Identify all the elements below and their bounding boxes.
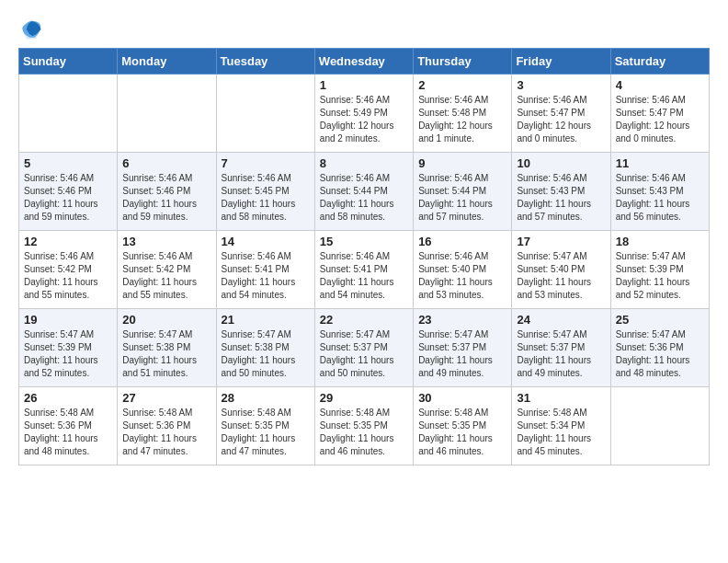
cell-day-number: 24 xyxy=(517,313,605,327)
cell-info: Sunrise: 5:46 AM Sunset: 5:46 PM Dayligh… xyxy=(122,172,210,224)
calendar-cell: 25Sunrise: 5:47 AM Sunset: 5:36 PM Dayli… xyxy=(610,309,709,387)
cell-info: Sunrise: 5:47 AM Sunset: 5:36 PM Dayligh… xyxy=(616,328,704,380)
cell-day-number: 21 xyxy=(222,313,310,327)
cell-day-number: 12 xyxy=(24,235,112,248)
cell-info: Sunrise: 5:46 AM Sunset: 5:42 PM Dayligh… xyxy=(122,250,210,302)
calendar-cell: 18Sunrise: 5:47 AM Sunset: 5:39 PM Dayli… xyxy=(610,231,709,309)
calendar-cell xyxy=(216,75,314,153)
calendar-cell: 2Sunrise: 5:46 AM Sunset: 5:48 PM Daylig… xyxy=(414,75,512,153)
calendar-week-row: 5Sunrise: 5:46 AM Sunset: 5:46 PM Daylig… xyxy=(19,153,710,231)
calendar-week-row: 19Sunrise: 5:47 AM Sunset: 5:39 PM Dayli… xyxy=(19,309,710,387)
page: SundayMondayTuesdayWednesdayThursdayFrid… xyxy=(0,0,728,475)
calendar-week-row: 1Sunrise: 5:46 AM Sunset: 5:49 PM Daylig… xyxy=(19,75,710,153)
calendar-cell: 28Sunrise: 5:48 AM Sunset: 5:35 PM Dayli… xyxy=(216,387,314,465)
calendar-cell: 1Sunrise: 5:46 AM Sunset: 5:49 PM Daylig… xyxy=(314,75,413,153)
cell-info: Sunrise: 5:46 AM Sunset: 5:42 PM Dayligh… xyxy=(24,250,112,302)
cell-info: Sunrise: 5:48 AM Sunset: 5:36 PM Dayligh… xyxy=(122,407,210,458)
calendar-cell: 14Sunrise: 5:46 AM Sunset: 5:41 PM Dayli… xyxy=(216,231,314,309)
cell-info: Sunrise: 5:46 AM Sunset: 5:47 PM Dayligh… xyxy=(517,94,605,145)
calendar-header-wednesday: Wednesday xyxy=(314,49,413,75)
calendar-cell: 13Sunrise: 5:46 AM Sunset: 5:42 PM Dayli… xyxy=(118,231,216,309)
calendar-header-row: SundayMondayTuesdayWednesdayThursdayFrid… xyxy=(19,49,710,75)
cell-day-number: 11 xyxy=(616,156,704,170)
calendar-cell: 23Sunrise: 5:47 AM Sunset: 5:37 PM Dayli… xyxy=(414,309,512,387)
calendar-cell: 12Sunrise: 5:46 AM Sunset: 5:42 PM Dayli… xyxy=(19,231,118,309)
calendar-cell: 5Sunrise: 5:46 AM Sunset: 5:46 PM Daylig… xyxy=(19,153,118,231)
cell-info: Sunrise: 5:47 AM Sunset: 5:37 PM Dayligh… xyxy=(418,328,506,380)
cell-info: Sunrise: 5:48 AM Sunset: 5:36 PM Dayligh… xyxy=(24,407,112,458)
cell-day-number: 8 xyxy=(320,156,408,170)
cell-day-number: 7 xyxy=(222,156,310,170)
calendar-cell: 27Sunrise: 5:48 AM Sunset: 5:36 PM Dayli… xyxy=(118,387,216,465)
cell-info: Sunrise: 5:46 AM Sunset: 5:44 PM Dayligh… xyxy=(320,172,408,224)
calendar-cell: 7Sunrise: 5:46 AM Sunset: 5:45 PM Daylig… xyxy=(216,153,314,231)
calendar-cell: 16Sunrise: 5:46 AM Sunset: 5:40 PM Dayli… xyxy=(414,231,512,309)
cell-day-number: 13 xyxy=(122,235,210,248)
cell-day-number: 31 xyxy=(517,391,605,405)
cell-info: Sunrise: 5:46 AM Sunset: 5:48 PM Dayligh… xyxy=(418,94,506,145)
cell-info: Sunrise: 5:46 AM Sunset: 5:46 PM Dayligh… xyxy=(24,172,112,224)
calendar: SundayMondayTuesdayWednesdayThursdayFrid… xyxy=(18,48,710,465)
cell-info: Sunrise: 5:47 AM Sunset: 5:39 PM Dayligh… xyxy=(616,250,704,302)
calendar-cell: 19Sunrise: 5:47 AM Sunset: 5:39 PM Dayli… xyxy=(19,309,118,387)
calendar-cell: 26Sunrise: 5:48 AM Sunset: 5:36 PM Dayli… xyxy=(19,387,118,465)
calendar-cell: 9Sunrise: 5:46 AM Sunset: 5:44 PM Daylig… xyxy=(414,153,512,231)
cell-day-number: 4 xyxy=(616,78,704,92)
cell-day-number: 1 xyxy=(320,78,408,92)
cell-info: Sunrise: 5:48 AM Sunset: 5:35 PM Dayligh… xyxy=(320,407,408,458)
cell-day-number: 2 xyxy=(418,78,506,92)
cell-day-number: 19 xyxy=(24,313,112,327)
cell-day-number: 9 xyxy=(418,156,506,170)
cell-day-number: 5 xyxy=(24,156,112,170)
calendar-cell: 22Sunrise: 5:47 AM Sunset: 5:37 PM Dayli… xyxy=(314,309,413,387)
calendar-cell: 4Sunrise: 5:46 AM Sunset: 5:47 PM Daylig… xyxy=(610,75,709,153)
cell-day-number: 28 xyxy=(222,391,310,405)
cell-info: Sunrise: 5:46 AM Sunset: 5:41 PM Dayligh… xyxy=(222,250,310,302)
cell-day-number: 6 xyxy=(122,156,210,170)
cell-info: Sunrise: 5:46 AM Sunset: 5:45 PM Dayligh… xyxy=(222,172,310,224)
cell-day-number: 14 xyxy=(222,235,310,248)
calendar-cell: 21Sunrise: 5:47 AM Sunset: 5:38 PM Dayli… xyxy=(216,309,314,387)
calendar-cell: 6Sunrise: 5:46 AM Sunset: 5:46 PM Daylig… xyxy=(118,153,216,231)
cell-day-number: 23 xyxy=(418,313,506,327)
calendar-header-monday: Monday xyxy=(118,49,216,75)
calendar-cell: 31Sunrise: 5:48 AM Sunset: 5:34 PM Dayli… xyxy=(512,387,610,465)
calendar-header-tuesday: Tuesday xyxy=(216,49,314,75)
calendar-header-friday: Friday xyxy=(512,49,610,75)
calendar-cell: 10Sunrise: 5:46 AM Sunset: 5:43 PM Dayli… xyxy=(512,153,610,231)
logo xyxy=(18,17,48,42)
cell-day-number: 29 xyxy=(320,391,408,405)
cell-info: Sunrise: 5:47 AM Sunset: 5:39 PM Dayligh… xyxy=(24,328,112,380)
calendar-cell: 11Sunrise: 5:46 AM Sunset: 5:43 PM Dayli… xyxy=(610,153,709,231)
cell-day-number: 10 xyxy=(517,156,605,170)
calendar-cell: 29Sunrise: 5:48 AM Sunset: 5:35 PM Dayli… xyxy=(314,387,413,465)
cell-info: Sunrise: 5:48 AM Sunset: 5:35 PM Dayligh… xyxy=(418,407,506,458)
cell-day-number: 16 xyxy=(418,235,506,248)
cell-info: Sunrise: 5:47 AM Sunset: 5:40 PM Dayligh… xyxy=(517,250,605,302)
cell-day-number: 20 xyxy=(122,313,210,327)
cell-info: Sunrise: 5:47 AM Sunset: 5:38 PM Dayligh… xyxy=(222,328,310,380)
calendar-header-sunday: Sunday xyxy=(19,49,118,75)
cell-info: Sunrise: 5:48 AM Sunset: 5:34 PM Dayligh… xyxy=(517,407,605,458)
calendar-cell xyxy=(118,75,216,153)
cell-info: Sunrise: 5:46 AM Sunset: 5:41 PM Dayligh… xyxy=(320,250,408,302)
calendar-header-saturday: Saturday xyxy=(610,49,709,75)
logo-icon xyxy=(18,17,44,42)
cell-day-number: 30 xyxy=(418,391,506,405)
cell-day-number: 17 xyxy=(517,235,605,248)
calendar-cell xyxy=(610,387,709,465)
calendar-header-thursday: Thursday xyxy=(414,49,512,75)
calendar-cell: 20Sunrise: 5:47 AM Sunset: 5:38 PM Dayli… xyxy=(118,309,216,387)
calendar-cell: 15Sunrise: 5:46 AM Sunset: 5:41 PM Dayli… xyxy=(314,231,413,309)
cell-day-number: 26 xyxy=(24,391,112,405)
cell-info: Sunrise: 5:47 AM Sunset: 5:38 PM Dayligh… xyxy=(122,328,210,380)
cell-day-number: 27 xyxy=(122,391,210,405)
cell-info: Sunrise: 5:46 AM Sunset: 5:47 PM Dayligh… xyxy=(616,94,704,145)
cell-info: Sunrise: 5:46 AM Sunset: 5:44 PM Dayligh… xyxy=(418,172,506,224)
cell-info: Sunrise: 5:47 AM Sunset: 5:37 PM Dayligh… xyxy=(320,328,408,380)
header-area xyxy=(18,17,710,42)
calendar-week-row: 12Sunrise: 5:46 AM Sunset: 5:42 PM Dayli… xyxy=(19,231,710,309)
cell-day-number: 15 xyxy=(320,235,408,248)
calendar-week-row: 26Sunrise: 5:48 AM Sunset: 5:36 PM Dayli… xyxy=(19,387,710,465)
cell-info: Sunrise: 5:46 AM Sunset: 5:43 PM Dayligh… xyxy=(517,172,605,224)
